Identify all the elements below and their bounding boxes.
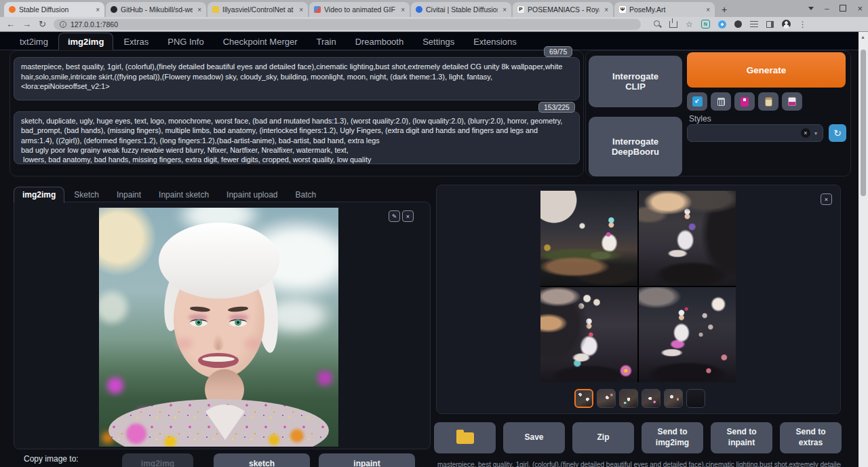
scrollbar-thumb[interactable] (861, 50, 866, 196)
gallery-image-1[interactable] (540, 191, 637, 286)
page-scrollbar[interactable]: ▲ (859, 32, 868, 467)
apply-style-button[interactable] (758, 92, 778, 111)
generate-button[interactable]: Generate (687, 52, 846, 88)
floppy-disk-icon (788, 97, 796, 106)
subtab-img2img[interactable]: img2img (14, 187, 64, 203)
interrogate-deepbooru-button[interactable]: Interrogate DeepBooru (589, 117, 682, 176)
thumbnail-4[interactable] (642, 389, 660, 408)
tab-search-chevron-icon[interactable] (808, 7, 814, 10)
address-bar[interactable]: i 127.0.0.1:7860 (54, 19, 641, 30)
tab-extras[interactable]: Extras (115, 33, 157, 50)
extra-networks-button[interactable] (734, 92, 755, 111)
subtab-sketch[interactable]: Sketch (66, 187, 107, 202)
close-window-button[interactable]: × (857, 3, 863, 14)
browser-tab-github[interactable]: GitHub - Mikubill/sd-webui-co × (106, 2, 206, 17)
browser-tab-posemaniacs[interactable]: P POSEMANIACS - Royalty free 3 × (513, 2, 613, 17)
profile-avatar[interactable] (782, 20, 791, 29)
window-controls: – × (808, 1, 863, 15)
subtab-inpaint-upload[interactable]: Inpaint upload (218, 187, 285, 202)
zip-button[interactable]: Zip (572, 422, 634, 453)
scrollbar-up-icon[interactable]: ▲ (861, 35, 866, 39)
close-gallery-button[interactable]: × (821, 193, 832, 205)
tab-train[interactable]: Train (308, 33, 345, 50)
save-button[interactable]: Save (503, 422, 565, 453)
extension-dark-icon[interactable] (734, 20, 742, 28)
interrogate-clip-button[interactable]: Interrogate CLIP (589, 56, 682, 107)
subtab-inpaint[interactable]: Inpaint (108, 187, 149, 202)
browser-menu-icon[interactable]: ⋮ (799, 20, 807, 29)
tab-png-info[interactable]: PNG Info (159, 33, 212, 50)
tab-close-icon[interactable]: × (196, 6, 201, 14)
share-icon-arrow (672, 18, 673, 23)
gallery-image-3[interactable] (540, 287, 637, 382)
subtab-batch[interactable]: Batch (288, 187, 325, 202)
copy-image-to-label: Copy image to: (24, 454, 79, 464)
refresh-styles-button[interactable]: ↻ (829, 124, 846, 142)
prompt-tool-row: ↙ (687, 92, 802, 111)
copy-to-img2img-button[interactable]: img2img (122, 453, 193, 467)
paste-generation-params-button[interactable]: ↙ (687, 92, 707, 111)
edit-image-button[interactable]: ✎ (389, 210, 400, 222)
send-to-extras-button[interactable]: Send to extras (780, 422, 842, 453)
zoom-icon[interactable] (654, 20, 661, 28)
tab-close-icon[interactable]: × (94, 6, 100, 14)
site-info-icon[interactable]: i (60, 21, 66, 28)
browser-tab-stable-diffusion[interactable]: Stable Diffusion × (4, 2, 104, 17)
thumbnail-5[interactable] (664, 389, 683, 408)
copy-to-inpaint-button[interactable]: inpaint (319, 453, 415, 467)
new-tab-button[interactable]: + (716, 3, 732, 16)
tab-close-icon[interactable]: × (298, 6, 303, 14)
tab-close-icon[interactable]: × (501, 6, 507, 14)
thumbnail-2[interactable] (597, 389, 616, 408)
thumbnail-1[interactable] (574, 389, 593, 408)
browser-tab-civitai[interactable]: Civitai | Stable Diffusion model × (411, 2, 511, 17)
source-image[interactable] (99, 208, 338, 447)
clear-styles-icon[interactable]: × (801, 128, 810, 138)
tab-close-icon[interactable]: × (603, 6, 608, 14)
browser-tab-gif-converter[interactable]: Video to animated GIF converter × (309, 2, 410, 17)
tab-close-icon[interactable]: × (705, 6, 710, 14)
forward-icon[interactable]: → (22, 19, 31, 29)
back-icon[interactable]: ← (6, 19, 15, 29)
iris (195, 319, 202, 326)
tab-dreambooth[interactable]: Dreambooth (347, 33, 413, 50)
gallery-image-4[interactable] (639, 287, 736, 382)
clear-image-button[interactable]: × (402, 210, 414, 222)
save-style-button[interactable] (782, 92, 802, 111)
send-to-inpaint-button[interactable]: Send to inpaint (711, 422, 772, 453)
minimize-button[interactable]: – (825, 4, 829, 12)
copy-to-sketch-button[interactable]: sketch (214, 453, 310, 467)
tab-txt2img[interactable]: txt2img (11, 33, 57, 50)
styles-dropdown[interactable]: × ▾ (687, 124, 823, 142)
extension-n-icon[interactable]: N (701, 20, 710, 29)
gallery-image-2[interactable] (639, 191, 736, 286)
thumbnail-6[interactable] (686, 389, 705, 408)
tab-title: Video to animated GIF converter (324, 5, 396, 14)
tab-title: POSEMANIACS - Royalty free 3 (528, 5, 599, 14)
send-to-img2img-button[interactable]: Send to img2img (642, 422, 703, 453)
chevron-down-icon[interactable]: ▾ (814, 130, 817, 136)
side-panel-icon[interactable] (766, 21, 774, 28)
styles-label: Styles (689, 114, 711, 124)
share-icon[interactable] (669, 21, 677, 28)
tab-checkpoint-merger[interactable]: Checkpoint Merger (214, 33, 307, 50)
subtab-inpaint-sketch[interactable]: Inpaint sketch (151, 187, 217, 202)
clear-prompt-button[interactable] (711, 92, 731, 111)
negative-prompt-input[interactable]: sketch, duplicate, ugly, huge eyes, text… (14, 111, 580, 164)
extension-blue-icon[interactable] (718, 20, 726, 29)
browser-tab-posemyart[interactable]: Ψ PoseMy.Art × (614, 2, 715, 17)
prompt-input[interactable]: masterpiece, best quality, 1girl, (color… (14, 57, 580, 100)
tab-close-icon[interactable]: × (399, 6, 405, 14)
open-folder-button[interactable] (434, 422, 496, 453)
tab-img2img[interactable]: img2img (58, 33, 113, 50)
tab-settings[interactable]: Settings (414, 33, 463, 50)
reload-icon[interactable]: ↻ (39, 19, 46, 29)
tab-extensions[interactable]: Extensions (465, 33, 526, 50)
browser-tab-controlnet[interactable]: Illyasviel/ControlNet at main × (208, 2, 308, 17)
bookmark-star-icon[interactable]: ☆ (686, 20, 693, 29)
thumbnail-3[interactable] (619, 389, 638, 408)
folder-icon (456, 432, 474, 444)
reading-list-icon[interactable] (750, 21, 758, 28)
huggingface-favicon (212, 6, 219, 13)
maximize-button[interactable] (840, 5, 846, 12)
